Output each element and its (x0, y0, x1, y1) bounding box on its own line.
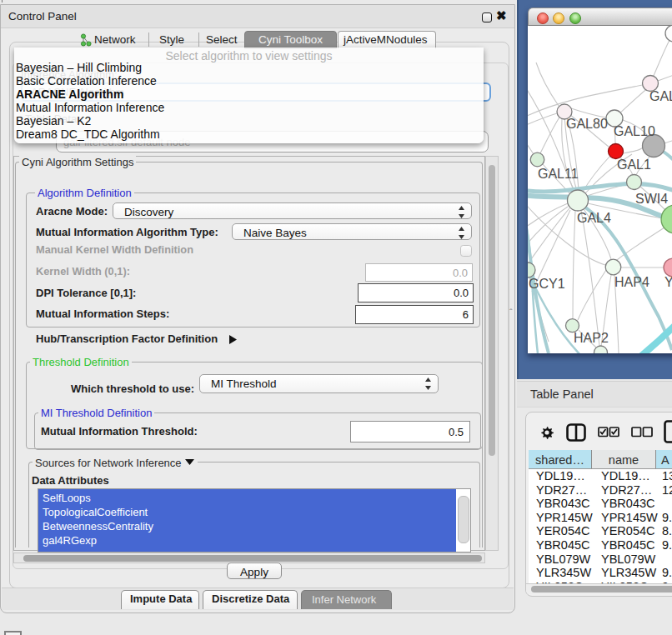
svg-text:GAL11: GAL11 (538, 167, 579, 181)
svg-text:GAL10: GAL10 (614, 124, 655, 138)
svg-text:GAL80: GAL80 (566, 117, 608, 131)
svg-text:GCY1: GCY1 (529, 277, 565, 291)
svg-text:GAL7: GAL7 (649, 89, 672, 103)
svg-text:SWI4: SWI4 (635, 192, 668, 206)
svg-text:GAL1: GAL1 (617, 158, 651, 172)
svg-text:HAP2: HAP2 (574, 331, 609, 345)
svg-text:HAP4: HAP4 (614, 275, 649, 289)
svg-text:GAL4: GAL4 (577, 211, 611, 225)
svg-text:Y: Y (664, 275, 672, 289)
